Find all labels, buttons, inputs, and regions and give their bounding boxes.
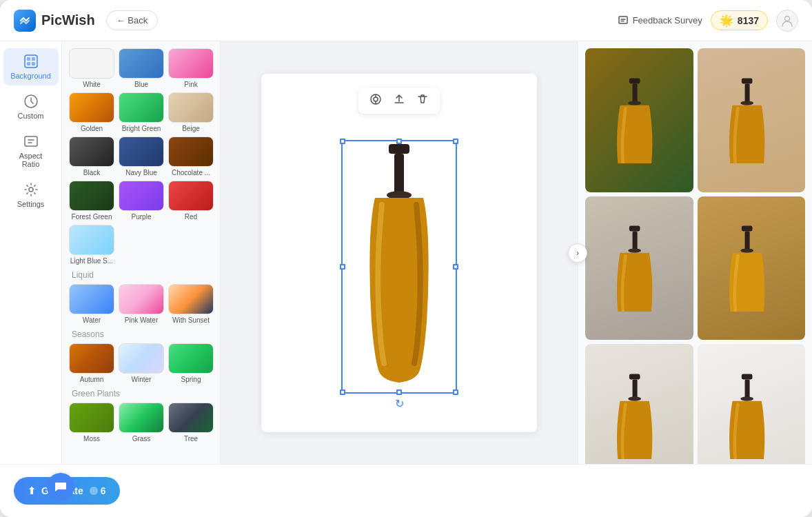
header: PicWish ← Back Feedback Survey 🌟 8137 xyxy=(0,0,812,41)
result-image-3[interactable] xyxy=(585,196,693,341)
sidebar-item-background[interactable]: Background xyxy=(3,48,59,85)
result-image-2[interactable] xyxy=(698,48,806,192)
result-bottle-2 xyxy=(719,77,784,163)
sidebar-item-settings[interactable]: Settings xyxy=(3,176,59,214)
feedback-label: Feedback Survey xyxy=(633,15,702,26)
swatch-chocolate xyxy=(168,136,214,167)
liquid-section-title: Liquid xyxy=(72,270,210,280)
svg-point-1 xyxy=(785,16,790,21)
color-tree[interactable]: Tree xyxy=(168,403,214,443)
svg-rect-21 xyxy=(744,83,749,103)
color-forest-label: Forest Green xyxy=(72,213,112,221)
swatch-purple xyxy=(119,181,164,211)
color-blue[interactable]: Blue xyxy=(119,48,164,88)
feedback-button[interactable]: Feedback Survey xyxy=(618,15,702,26)
background-icon xyxy=(23,54,39,69)
color-autumn[interactable]: Autumn xyxy=(69,343,114,383)
color-grass[interactable]: Grass xyxy=(119,403,164,443)
settings-icon xyxy=(23,182,39,197)
canvas-toolbar xyxy=(358,88,440,114)
color-with-sunset[interactable]: With Sunset xyxy=(168,284,214,324)
svg-rect-17 xyxy=(629,78,640,83)
color-black[interactable]: Black xyxy=(69,136,114,176)
swatch-black xyxy=(69,136,114,167)
color-water-label: Water xyxy=(83,316,101,324)
color-bright-green[interactable]: Bright Green xyxy=(119,92,164,132)
chat-bubble[interactable] xyxy=(47,473,74,500)
swatch-grass xyxy=(119,403,164,433)
svg-rect-33 xyxy=(744,379,749,398)
swatch-sunset xyxy=(168,284,214,314)
svg-rect-29 xyxy=(629,374,640,380)
color-pink[interactable]: Pink xyxy=(168,48,214,88)
color-beige[interactable]: Beige xyxy=(168,92,214,132)
color-chocolate[interactable]: Chocolate ... xyxy=(168,136,214,176)
svg-rect-3 xyxy=(27,57,30,61)
delete-icon xyxy=(416,93,429,105)
color-light-blue[interactable]: Light Blue S... xyxy=(69,225,114,265)
delete-tool-button[interactable] xyxy=(414,92,432,110)
resize-tool-button[interactable] xyxy=(367,92,385,110)
result-bottle-3 xyxy=(607,225,671,311)
sidebar-item-aspect-ratio[interactable]: Aspect Ratio xyxy=(3,128,59,174)
color-golden[interactable]: Golden xyxy=(69,92,114,132)
svg-rect-18 xyxy=(633,83,638,103)
svg-rect-26 xyxy=(742,226,753,232)
color-purple[interactable]: Purple xyxy=(119,181,164,221)
sidebar-aspect-ratio-label: Aspect Ratio xyxy=(12,152,50,168)
result-image-6[interactable] xyxy=(698,344,806,464)
result-bottle-5 xyxy=(607,373,671,459)
swatch-autumn xyxy=(69,343,114,374)
user-avatar[interactable] xyxy=(776,10,798,32)
swatch-spring xyxy=(168,343,214,374)
svg-point-22 xyxy=(740,101,753,105)
swatch-blue xyxy=(119,48,164,79)
result-image-4[interactable] xyxy=(698,196,806,341)
color-purple-label: Purple xyxy=(132,213,152,221)
coin-count: 8137 xyxy=(738,15,759,26)
sidebar-custom-label: Custom xyxy=(18,112,44,120)
swatch-winter xyxy=(119,343,164,374)
result-image-5[interactable] xyxy=(585,344,693,464)
app-name: PicWish xyxy=(41,12,95,28)
color-forest-green[interactable]: Forest Green xyxy=(69,181,114,221)
color-blue-label: Blue xyxy=(134,81,148,88)
sidebar-item-custom[interactable]: Custom xyxy=(3,88,59,125)
seasons-section-title: Seasons xyxy=(72,330,210,339)
back-button[interactable]: ← Back xyxy=(106,10,159,30)
color-white[interactable]: White xyxy=(69,48,114,88)
upload-tool-button[interactable] xyxy=(390,92,408,110)
color-navy-label: Navy Blue xyxy=(125,169,157,176)
back-label: ← Back xyxy=(116,15,148,26)
svg-rect-24 xyxy=(633,232,638,251)
color-spring[interactable]: Spring xyxy=(168,343,214,383)
result-image-1[interactable] xyxy=(585,48,693,192)
color-moss[interactable]: Moss xyxy=(69,403,114,443)
color-navy-blue[interactable]: Navy Blue xyxy=(119,136,164,176)
swatch-lightblue xyxy=(69,225,114,255)
result-bottle-1 xyxy=(607,77,671,163)
svg-rect-5 xyxy=(27,62,30,65)
swatch-forest xyxy=(69,181,114,211)
color-water[interactable]: Water xyxy=(69,284,114,324)
generate-cost: 6 xyxy=(89,485,106,496)
result-bottle-6 xyxy=(719,373,784,459)
color-white-label: White xyxy=(83,81,101,88)
svg-rect-0 xyxy=(619,17,627,23)
color-sunset-label: With Sunset xyxy=(172,316,210,324)
svg-point-11 xyxy=(374,97,378,101)
chat-icon xyxy=(54,480,68,494)
color-red-label: Red xyxy=(185,213,197,221)
sidebar-settings-label: Settings xyxy=(17,200,45,208)
color-winter[interactable]: Winter xyxy=(119,343,164,383)
rotate-handle[interactable]: ↻ xyxy=(395,397,404,410)
color-pink-water[interactable]: Pink Water xyxy=(119,284,164,324)
logo: PicWish xyxy=(14,10,95,32)
canvas-frame: ↻ xyxy=(261,74,537,432)
green-plants-section-title: Green Plants xyxy=(72,389,210,398)
svg-point-28 xyxy=(740,249,753,253)
svg-point-9 xyxy=(29,187,33,192)
color-red[interactable]: Red xyxy=(168,181,214,221)
seasons-grid: Autumn Winter Spring xyxy=(69,343,213,383)
next-results-button[interactable]: › xyxy=(568,243,587,263)
